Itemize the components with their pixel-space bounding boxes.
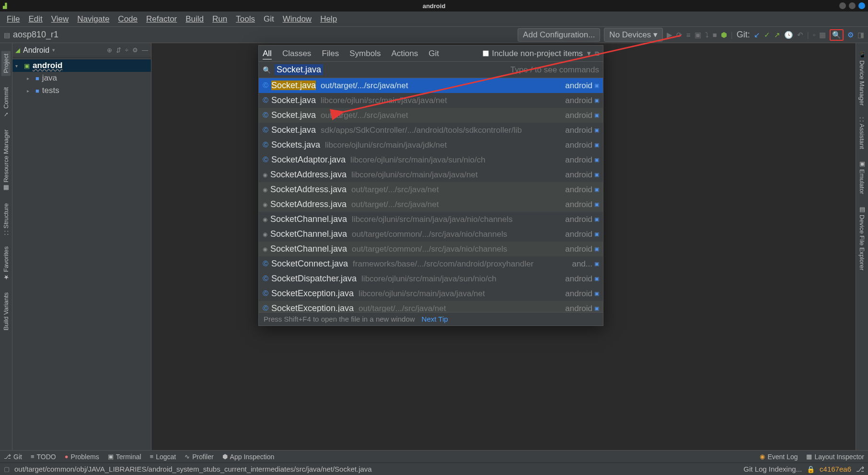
tool-window-toggle-icon[interactable]: ▢ [4, 465, 10, 473]
search-input[interactable]: Socket.java [275, 64, 323, 75]
pin-icon[interactable]: ⧉ [595, 50, 599, 58]
bottombar-app-inspection[interactable]: ⬢App Inspection [222, 453, 275, 461]
stop-icon[interactable]: ■ [713, 31, 717, 39]
run-config-select[interactable]: Add Configuration... [518, 28, 600, 42]
menu-view[interactable]: View [47, 12, 73, 26]
git-hash[interactable]: c4167ea6 [820, 465, 851, 473]
next-tip-link[interactable]: Next Tip [422, 315, 448, 323]
rail-build-variants[interactable]: Build Variants [2, 292, 10, 330]
search-tab-files[interactable]: Files [322, 49, 339, 58]
search-result-row[interactable]: ⒸSocket.javalibcore/ojluni/src/main/java… [259, 93, 603, 108]
chevron-down-icon[interactable]: ▾ [52, 47, 55, 53]
search-tab-all[interactable]: All [263, 49, 272, 58]
bottombar-profiler[interactable]: ∿Profiler [185, 453, 213, 461]
history-icon[interactable]: 🕓 [784, 31, 793, 39]
bottombar-git[interactable]: ⎇Git [4, 453, 22, 461]
search-result-row[interactable]: ⒸSocketAdaptor.javalibcore/ojluni/src/ma… [259, 152, 603, 167]
debug-icon[interactable]: ⬢ [721, 31, 727, 39]
bottombar-logcat[interactable]: ≡Logcat [150, 453, 176, 461]
commit-icon[interactable]: ✓ [764, 31, 770, 39]
search-result-row[interactable]: ⒸSocket.javaout/target/.../src/java/neta… [259, 108, 603, 123]
menu-edit[interactable]: Edit [24, 12, 46, 26]
attach-icon[interactable]: ⤵ [705, 31, 709, 39]
expand-icon[interactable]: ▾ [15, 63, 21, 69]
breadcrumb[interactable]: ▤ aosp810_r1 [4, 30, 58, 40]
rollback-icon[interactable]: ↶ [797, 31, 803, 39]
avd-icon[interactable]: ▫ [813, 31, 815, 39]
search-result-row[interactable]: ⒸSocketConnect.javaframeworks/base/.../s… [259, 256, 603, 271]
branch-icon[interactable]: ⎇ [856, 465, 864, 474]
search-result-row[interactable]: ⒸSocket.javaout/target/.../src/java/neta… [259, 78, 603, 93]
layout-icon[interactable]: ◨ [857, 31, 864, 39]
bottombar-layout-inspector[interactable]: ▦Layout Inspector [806, 453, 864, 461]
profile-icon[interactable]: ▣ [694, 31, 701, 39]
search-tab-classes[interactable]: Classes [282, 49, 311, 58]
expand-icon[interactable]: ▸ [27, 88, 33, 93]
nonproject-checkbox[interactable] [483, 50, 489, 57]
search-result-row[interactable]: ◉SocketAddress.javaout/target/.../src/ja… [259, 197, 603, 212]
search-result-row[interactable]: ◉SocketChannel.javaout/target/common/...… [259, 242, 603, 256]
tree-row-android[interactable]: ▾ ▣ android [12, 59, 151, 72]
rail-commit[interactable]: ✓Commit [2, 87, 10, 118]
tree-row-java[interactable]: ▸ ■ java [12, 72, 151, 84]
menu-refactor[interactable]: Refactor [142, 12, 181, 26]
coverage-icon[interactable]: ≡ [686, 31, 691, 39]
menu-code[interactable]: Code [114, 12, 141, 26]
expand-icon[interactable]: ▸ [27, 76, 33, 81]
device-select[interactable]: No Devices ▾ [604, 28, 663, 42]
collapse-icon[interactable]: ⇵ [116, 46, 121, 54]
menu-window[interactable]: Window [279, 12, 315, 26]
run-icon[interactable]: ▶ [667, 31, 672, 39]
rail-favorites[interactable]: ★Favorites [2, 246, 10, 281]
search-result-row[interactable]: ⒸSockets.javalibcore/ojluni/src/main/jav… [259, 138, 603, 152]
menu-file[interactable]: File [3, 12, 23, 26]
expand-icon[interactable]: ÷ [125, 46, 128, 54]
update-icon[interactable]: ↙ [754, 31, 760, 39]
push-icon[interactable]: ↗ [774, 31, 780, 39]
search-result-row[interactable]: ⒸSocketDispatcher.javalibcore/ojluni/src… [259, 271, 603, 286]
search-result-row[interactable]: ⒸSocketException.javaout/target/.../src/… [259, 301, 603, 312]
search-result-row[interactable]: ⒸSocket.javasdk/apps/SdkController/.../a… [259, 123, 603, 138]
menu-run[interactable]: Run [208, 12, 231, 26]
target-icon[interactable]: ⊕ [107, 46, 112, 54]
debug-action-icon[interactable]: ⟳ [676, 31, 683, 39]
menu-tools[interactable]: Tools [232, 12, 259, 26]
tree-row-tests[interactable]: ▸ ■ tests [12, 84, 151, 97]
maximize-button[interactable] [849, 2, 856, 9]
rail-device-file-explorer[interactable]: ▤Device File Explorer [858, 206, 866, 270]
rail-emulator[interactable]: ▣Emulator [858, 160, 866, 194]
search-tab-symbols[interactable]: Symbols [349, 49, 381, 58]
menu-help[interactable]: Help [316, 12, 341, 26]
search-result-row[interactable]: ◉SocketChannel.javaout/target/common/...… [259, 227, 603, 242]
bottombar-event-log[interactable]: ◉Event Log [760, 453, 798, 461]
bottombar-problems[interactable]: ●Problems [65, 453, 99, 461]
search-result-row[interactable]: ◉SocketAddress.javaout/target/.../src/ja… [259, 182, 603, 197]
rail-project[interactable]: Project [1, 51, 11, 76]
lock-icon[interactable]: 🔒 [807, 465, 815, 473]
rail-assistant[interactable]: ⸬Assistant [858, 117, 866, 149]
minimize-button[interactable] [839, 2, 846, 9]
type-icon: ◉ [263, 216, 267, 223]
rail-resource-manager[interactable]: ▦Resource Manager [2, 129, 10, 192]
bottombar-todo[interactable]: ≡TODO [31, 453, 56, 461]
close-button[interactable] [858, 2, 865, 9]
bottombar-terminal[interactable]: ▣Terminal [108, 453, 141, 461]
search-tab-actions[interactable]: Actions [391, 49, 418, 58]
search-everywhere-button[interactable]: 🔍 [830, 29, 844, 41]
search-result-row[interactable]: ◉SocketAddress.javalibcore/ojluni/src/ma… [259, 167, 603, 182]
search-tab-git[interactable]: Git [428, 49, 439, 58]
search-result-row[interactable]: ◉SocketChannel.javalibcore/ojluni/src/ma… [259, 212, 603, 227]
gear-icon[interactable]: ⚙ [132, 46, 138, 54]
menu-build[interactable]: Build [182, 12, 208, 26]
sdk-icon[interactable]: ▦ [819, 31, 826, 39]
menu-navigate[interactable]: Navigate [73, 12, 113, 26]
menu-git[interactable]: Git [260, 12, 278, 26]
rail-structure[interactable]: ⸬Structure [2, 203, 10, 235]
hide-icon[interactable]: — [142, 46, 148, 54]
filter-icon[interactable]: ▼ [586, 50, 592, 57]
search-input-row[interactable]: 🔍 Socket.java Type / to see commands [259, 62, 603, 78]
search-result-row[interactable]: ⒸSocketException.javalibcore/ojluni/src/… [259, 286, 603, 301]
settings-icon[interactable]: ⚙ [847, 31, 854, 39]
rail-device-manager[interactable]: 📱Device Manager [858, 51, 866, 106]
project-view-select[interactable]: Android [23, 46, 49, 55]
